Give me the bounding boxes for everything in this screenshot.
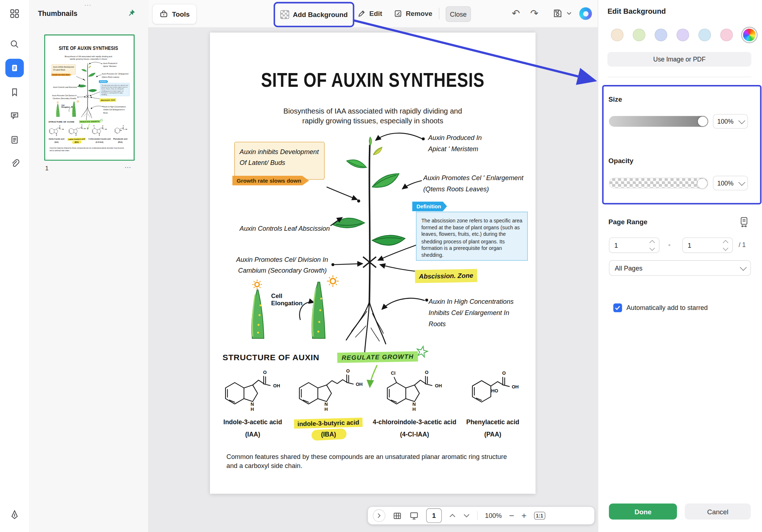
attachment-icon[interactable] — [10, 159, 20, 169]
done-button[interactable]: Done — [609, 503, 677, 519]
svg-text:O: O — [102, 125, 104, 127]
svg-text:OH: OH — [125, 129, 127, 130]
label-high-concentration: Auxin In High ConcentrationsInhibits Cel… — [103, 106, 126, 115]
bottom-toolbar: 1 100% − + 1:1 — [368, 507, 594, 524]
definition-box: The abscission zone refers to a specific… — [416, 212, 528, 261]
edit-label: Edit — [369, 10, 382, 17]
all-pages-select[interactable]: All Pages — [609, 260, 751, 276]
size-label: Size — [609, 95, 622, 103]
document-title: SITE OF AUXIN SYNTHESIS — [210, 71, 535, 89]
apps-grid-icon[interactable] — [10, 9, 20, 18]
panel-drag-handle[interactable]: ⋯ — [84, 1, 92, 10]
color-swatch[interactable] — [698, 29, 711, 41]
svg-text:O: O — [263, 370, 267, 375]
ribbon-growth-rate: Growth rate slows down — [232, 176, 309, 186]
size-value-dropdown[interactable]: 100% — [713, 114, 748, 128]
page-number-input[interactable]: 1 — [426, 508, 442, 523]
stepper-icons[interactable] — [724, 241, 728, 250]
edit-button[interactable]: Edit — [357, 6, 382, 21]
pin-icon[interactable] — [127, 9, 136, 17]
add-background-button[interactable]: Add Background — [274, 2, 354, 27]
design-pen-icon[interactable] — [10, 510, 20, 520]
svg-text:OH: OH — [435, 383, 442, 388]
document-subtitle: Biosynthesis of IAA associated with rapi… — [45, 55, 132, 60]
compound-name: Phenylacetic acid — [447, 418, 539, 426]
document-title: SITE OF AUXIN SYNTHESIS — [45, 46, 132, 51]
document-footer: Common features shared by these compound… — [50, 147, 124, 152]
zoom-in-icon[interactable]: + — [522, 511, 527, 520]
save-dropdown-chevron-icon[interactable] — [567, 12, 571, 16]
svg-text:H: H — [251, 407, 254, 412]
color-swatch[interactable] — [633, 29, 645, 41]
close-button[interactable]: Close — [446, 6, 471, 22]
opacity-label: Opacity — [609, 157, 633, 165]
use-image-or-pdf-button[interactable]: Use Image or PDF — [607, 52, 751, 67]
notes-icon[interactable] — [10, 135, 20, 145]
label-auxin-enlargement: Auxin Promotes Cel ' Enlargement(Qtems R… — [423, 173, 523, 195]
thumbnail-more-button[interactable]: ⋯ — [125, 163, 131, 171]
rainbow-swatch[interactable] — [742, 28, 757, 42]
zoom-level: 100% — [485, 512, 502, 519]
svg-text:H: H — [56, 135, 57, 136]
toolbox-icon — [159, 10, 168, 18]
thumbnails-title: Thumbnails — [38, 10, 77, 17]
comment-icon[interactable] — [10, 111, 20, 120]
check-icon — [615, 305, 620, 310]
compound-abbr: (PAA) — [447, 431, 539, 438]
page-thumbnail[interactable]: SITE OF AUXIN SYNTHESIS Biosynthesis of … — [44, 34, 135, 161]
pdf-page: SITE OF AUXIN SYNTHESIS Biosynthesis of … — [210, 33, 535, 494]
remove-button[interactable]: Remove — [393, 6, 432, 21]
stepper-icons[interactable] — [650, 241, 654, 250]
page-range-icon[interactable] — [739, 217, 749, 227]
regulate-growth-highlight: REGULATE GROWTH — [79, 120, 100, 123]
document-subtitle: Biosynthesis of IAA associated with rapi… — [210, 106, 535, 126]
color-swatch[interactable] — [720, 29, 733, 41]
expand-chevron-icon[interactable] — [373, 509, 386, 522]
pages-icon[interactable] — [5, 59, 24, 77]
actual-size-icon[interactable]: 1:1 — [534, 512, 545, 519]
structure-4cl-iaa: Cl O OH N H — [90, 124, 109, 137]
next-page-icon[interactable] — [463, 513, 470, 518]
redo-icon[interactable]: ↷ — [530, 7, 539, 20]
compound-name: Phenylacetic acid — [108, 138, 131, 140]
definition-box: The abscission zone refers to a specific… — [100, 83, 130, 96]
compound-abbr: (PAA) — [108, 141, 131, 143]
search-icon[interactable] — [10, 39, 20, 49]
opacity-slider-handle[interactable] — [697, 179, 707, 188]
structure-heading: STRUCTURE OF AUXIN — [49, 120, 74, 123]
bottom-bar-divider — [477, 511, 477, 520]
starred-checkbox[interactable] — [613, 303, 622, 312]
color-swatch[interactable] — [654, 29, 667, 41]
cancel-button[interactable]: Cancel — [685, 503, 751, 519]
document-canvas[interactable]: SITE OF AUXIN SYNTHESIS Biosynthesis of … — [148, 27, 598, 532]
opacity-value-dropdown[interactable]: 100% — [713, 176, 748, 190]
range-from-value: 1 — [614, 242, 618, 249]
color-swatch[interactable] — [677, 29, 689, 41]
svg-text:O: O — [123, 125, 124, 127]
page-grid-icon[interactable] — [393, 511, 402, 520]
opacity-slider[interactable] — [609, 178, 708, 188]
undo-icon[interactable]: ↶ — [512, 7, 520, 20]
svg-text:HO: HO — [491, 388, 498, 393]
color-swatch[interactable] — [611, 29, 624, 41]
tools-button[interactable]: Tools — [152, 4, 197, 24]
presentation-icon[interactable] — [409, 511, 419, 520]
svg-text:H: H — [412, 407, 416, 412]
panel-title: Edit Background — [607, 7, 666, 15]
range-from-input[interactable]: 1 — [609, 237, 660, 253]
structure-iaa: O OH N H — [47, 124, 66, 137]
ai-assistant-icon[interactable] — [579, 7, 592, 20]
svg-text:O: O — [81, 125, 83, 126]
definition-tag: Definition — [412, 201, 447, 211]
previous-page-icon[interactable] — [449, 513, 456, 518]
size-slider[interactable] — [609, 116, 708, 127]
range-to-value: 1 — [688, 242, 691, 249]
save-icon[interactable] — [552, 8, 563, 18]
size-slider-handle[interactable] — [698, 116, 708, 126]
range-to-input[interactable]: 1 — [682, 237, 733, 253]
zoom-out-icon[interactable]: − — [509, 511, 514, 520]
label-leaf-abscission: Auxin Controls Leaf Abscission — [240, 223, 330, 234]
bookmark-icon[interactable] — [10, 88, 20, 97]
label-abscission-zone: Abscission. Zone — [415, 269, 477, 282]
tools-label: Tools — [172, 10, 190, 18]
